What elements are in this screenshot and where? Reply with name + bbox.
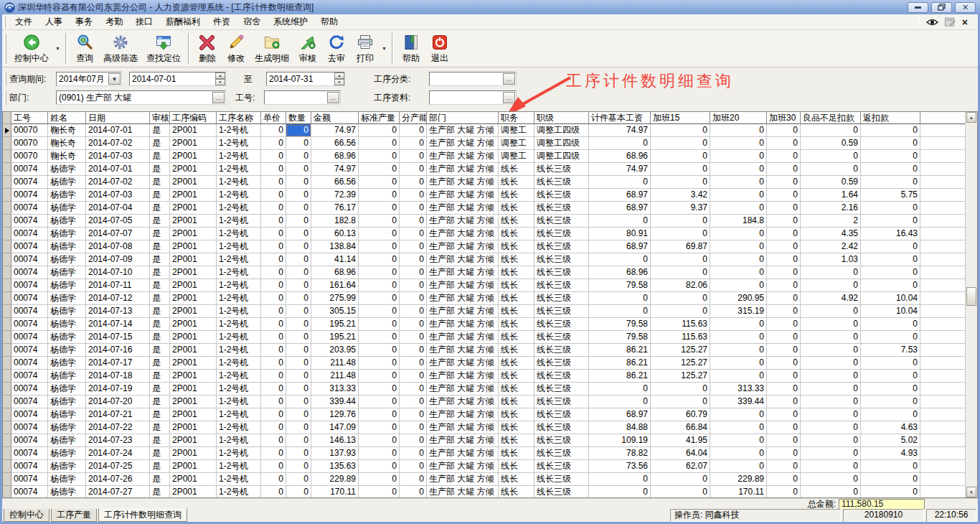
grid-cell[interactable]: 是 — [150, 383, 170, 396]
grid-cell[interactable]: 0 — [400, 396, 427, 408]
toolbar-button-modify[interactable]: 修改 — [222, 32, 250, 66]
tab-3[interactable]: 工序计件数明细查询 — [98, 508, 187, 522]
grid-cell[interactable]: 10.04 — [861, 305, 920, 318]
menu-item-2[interactable]: 人事 — [39, 14, 69, 30]
grid-cell[interactable]: 0 — [286, 318, 311, 331]
grid-cell[interactable]: 0 — [359, 266, 400, 279]
grid-cell[interactable]: 线长三级 — [534, 279, 589, 292]
toolbar-button-unaudit[interactable]: 去审 — [322, 32, 351, 66]
grid-cell[interactable]: 生产部 大罐 方倾 — [427, 228, 499, 240]
grid-cell[interactable]: 0 — [767, 344, 801, 357]
grid-cell[interactable]: 0 — [710, 253, 767, 266]
grid-cell[interactable]: 211.48 — [311, 357, 359, 370]
grid-cell[interactable]: 生产部 大罐 方倾 — [427, 370, 499, 383]
grid-cell[interactable]: 0 — [400, 447, 427, 460]
grid-cell[interactable]: 0 — [261, 305, 286, 318]
grid-cell[interactable]: 0 — [710, 357, 767, 370]
column-header-18[interactable]: 加班30 — [767, 112, 801, 124]
grid-cell[interactable]: 0 — [767, 473, 801, 486]
grid-cell[interactable]: 00074 — [11, 176, 48, 189]
grid-cell[interactable]: 0 — [767, 408, 801, 421]
grid-cell[interactable]: 1-2号机 — [217, 408, 261, 421]
grid-cell[interactable]: 线长三级 — [534, 266, 589, 279]
grid-cell[interactable]: 60.79 — [651, 408, 710, 421]
grid-cell[interactable]: 2014-07-25 — [86, 460, 150, 473]
grid-cell[interactable]: 1-2号机 — [217, 396, 261, 408]
grid-cell[interactable]: 0 — [767, 370, 801, 383]
grid-cell[interactable]: 290.95 — [710, 292, 767, 305]
tab-2[interactable]: 工序产量 — [51, 509, 97, 522]
grid-cell[interactable]: 0 — [589, 473, 651, 486]
grid-cell[interactable]: 2P001 — [170, 408, 217, 421]
grid-cell[interactable]: 0 — [801, 447, 861, 460]
grid-cell[interactable]: 0 — [861, 486, 920, 498]
grid-cell[interactable]: 1-2号机 — [217, 421, 261, 434]
grid-cell[interactable]: 线长 — [499, 305, 534, 318]
grid-cell[interactable]: 0 — [400, 228, 427, 240]
grid-cell[interactable]: 0 — [861, 279, 920, 292]
grid-cell[interactable]: 线长 — [499, 266, 534, 279]
grid-cell[interactable]: 0 — [767, 266, 801, 279]
period-combo[interactable]: 2014年07月 ▼ — [56, 72, 122, 86]
grid-cell[interactable]: 195.21 — [311, 331, 359, 344]
grid-cell[interactable]: 0 — [359, 421, 400, 434]
grid-cell[interactable]: 1-2号机 — [217, 124, 261, 137]
grid-cell[interactable]: 0 — [359, 137, 400, 150]
grid-cell[interactable]: 0 — [359, 292, 400, 305]
menu-item-6[interactable]: 薪酬福利 — [159, 14, 207, 30]
grid-cell[interactable]: 线长三级 — [534, 383, 589, 396]
grid-cell[interactable]: 生产部 大罐 方倾 — [427, 150, 499, 163]
grid-cell[interactable]: 1-2号机 — [217, 150, 261, 163]
grid-cell[interactable]: 0 — [589, 137, 651, 150]
dept-input[interactable]: (0901) 生产部 大罐 ... — [56, 90, 226, 105]
grid-cell[interactable]: 00074 — [11, 344, 48, 357]
grid-cell[interactable]: 0 — [767, 202, 801, 215]
grid-cell[interactable]: 0 — [286, 357, 311, 370]
grid-cell[interactable]: 鞠长奇 — [48, 124, 86, 137]
grid-cell[interactable]: 生产部 大罐 方倾 — [427, 421, 499, 434]
grid-cell[interactable]: 0 — [359, 344, 400, 357]
grid-cell[interactable]: 0 — [359, 163, 400, 176]
grid-cell[interactable]: 生产部 大罐 方倾 — [427, 292, 499, 305]
grid-cell[interactable]: 0 — [801, 408, 861, 421]
grid-cell[interactable]: 313.33 — [311, 383, 359, 396]
grid-cell[interactable]: 杨德学 — [48, 408, 86, 421]
column-header-14[interactable]: 职级 — [534, 112, 589, 124]
grid-cell[interactable]: 68.96 — [589, 150, 651, 163]
grid-cell[interactable]: 生产部 大罐 方倾 — [427, 266, 499, 279]
menu-item-8[interactable]: 宿舍 — [237, 14, 267, 30]
grid-cell[interactable]: 0 — [767, 215, 801, 228]
grid-cell[interactable]: 0 — [801, 279, 861, 292]
grid-cell[interactable]: 0 — [359, 150, 400, 163]
grid-cell[interactable]: 0 — [651, 228, 710, 240]
grid-cell[interactable]: 0 — [861, 383, 920, 396]
grid-cell[interactable]: 0 — [286, 473, 311, 486]
grid-cell[interactable]: 2P001 — [170, 421, 217, 434]
grid-cell[interactable]: 生产部 大罐 方倾 — [427, 124, 499, 137]
grid-cell[interactable]: 0 — [767, 228, 801, 240]
grid-cell[interactable]: 0 — [710, 318, 767, 331]
grid-cell[interactable]: 68.96 — [311, 150, 359, 163]
grid-cell[interactable]: 0 — [286, 266, 311, 279]
grid-cell[interactable]: 0 — [261, 357, 286, 370]
grid-cell[interactable]: 生产部 大罐 方倾 — [427, 486, 499, 498]
grid-cell[interactable]: 0 — [651, 163, 710, 176]
grid-cell[interactable]: 76.17 — [311, 202, 359, 215]
grid-cell[interactable]: 杨德学 — [48, 163, 86, 176]
grid-cell[interactable]: 79.58 — [589, 279, 651, 292]
grid-cell[interactable]: 0 — [767, 396, 801, 408]
menu-item-3[interactable]: 事务 — [69, 14, 99, 30]
grid-cell[interactable]: 0 — [286, 150, 311, 163]
grid-cell[interactable]: 4.63 — [861, 421, 920, 434]
grid-cell[interactable]: 0 — [359, 408, 400, 421]
grid-cell[interactable]: 0 — [767, 279, 801, 292]
grid-cell[interactable]: 生产部 大罐 方倾 — [427, 318, 499, 331]
grid-cell[interactable]: 0 — [359, 396, 400, 408]
grid-cell[interactable]: 1-2号机 — [217, 176, 261, 189]
grid-cell[interactable]: 0 — [400, 292, 427, 305]
grid-cell[interactable]: 41.95 — [651, 434, 710, 447]
grid-cell[interactable]: 0 — [801, 150, 861, 163]
grid-cell[interactable]: 74.97 — [311, 163, 359, 176]
grid-cell[interactable]: 00074 — [11, 189, 48, 202]
grid-cell[interactable]: 线长三级 — [534, 331, 589, 344]
